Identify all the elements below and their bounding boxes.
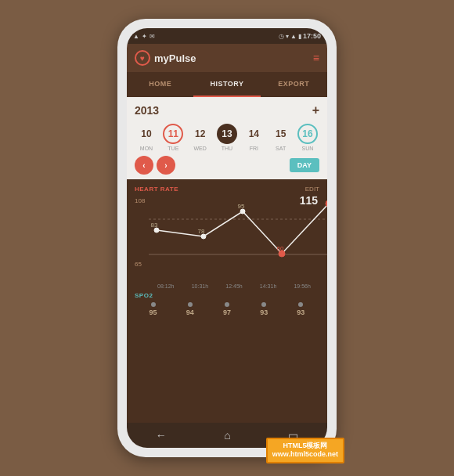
status-icons-left: ▲ ✦ ✉ — [133, 33, 155, 40]
day-label-14: FRI — [250, 146, 258, 151]
time-label-1: 10:31h — [192, 283, 208, 289]
day-13[interactable]: 13 THU — [215, 124, 239, 151]
day-14[interactable]: 14 FRI — [242, 124, 265, 151]
day-label-15: SAT — [276, 146, 286, 151]
spo2-value-2: 97 — [223, 308, 231, 316]
chart-title: HEART RATE — [135, 186, 178, 193]
svg-point-6 — [326, 200, 327, 207]
status-bar: ▲ ✦ ✉ ◷ ▾ ▲ ▮ 17:50 — [127, 28, 327, 44]
mail-icon: ✉ — [150, 33, 155, 40]
spo2-dot-0 — [151, 302, 156, 307]
time-labels: 08:12h 10:31h 12:45h 14:31h 19:56h — [135, 283, 319, 289]
day-10[interactable]: 10 MON — [135, 124, 158, 151]
spo2-value-4: 93 — [297, 308, 304, 316]
day-11[interactable]: 11 TUE — [161, 124, 185, 151]
spo2-item-4: 93 — [297, 302, 304, 316]
watermark-line2: www.html5code.net — [272, 450, 338, 460]
day-16[interactable]: 16 SUN — [296, 124, 319, 151]
spo2-dot-1 — [188, 302, 193, 307]
y-label-65: 65 — [135, 261, 142, 268]
day-number-10: 10 — [136, 124, 157, 144]
days-row: 10 MON 11 TUE 12 — [135, 124, 319, 151]
view-badge[interactable]: DAY — [290, 158, 319, 172]
svg-text:60: 60 — [277, 245, 284, 252]
spo2-dot-2 — [225, 302, 229, 307]
day-number-11: 11 — [163, 124, 183, 144]
spo2-dots: 95 94 97 93 — [135, 302, 319, 316]
app-logo: ♥ myPulse — [135, 50, 196, 66]
day-number-16: 16 — [297, 124, 318, 144]
spo2-item-1: 94 — [186, 302, 194, 316]
time-label-3: 14:31h — [260, 283, 276, 289]
add-button[interactable]: + — [312, 103, 319, 117]
day-number-12: 12 — [190, 124, 211, 144]
alarm-icon: ◷ — [279, 33, 284, 40]
day-label-10: MON — [140, 146, 153, 151]
tab-history[interactable]: HISTORY — [193, 72, 260, 97]
spo2-title: SPO2 — [135, 292, 319, 299]
logo-heart-icon: ♥ — [135, 50, 150, 66]
chart-section: HEART RATE EDIT 108 65 115 — [127, 179, 327, 423]
spo2-dot-3 — [261, 302, 266, 307]
day-number-14: 14 — [243, 124, 264, 144]
status-icons-right: ◷ ▾ ▲ ▮ 17:50 — [279, 32, 321, 40]
tab-home[interactable]: HOME — [127, 72, 193, 97]
time-label-0: 08:12h — [157, 283, 174, 289]
app-bar: ♥ myPulse ≡ — [127, 44, 327, 72]
spo2-value-3: 93 — [260, 308, 268, 316]
chart-edit-button[interactable]: EDIT — [305, 186, 319, 193]
phone-screen: ▲ ✦ ✉ ◷ ▾ ▲ ▮ 17:50 ♥ myPulse ≡ — [127, 28, 327, 448]
watermark: HTML5模板网 www.html5code.net — [266, 438, 344, 463]
day-label-12: WED — [193, 146, 206, 151]
calendar-section: 2013 + 10 MON 11 — [127, 97, 327, 179]
calendar-header: 2013 + — [135, 103, 319, 117]
spo2-item-0: 95 — [150, 302, 157, 316]
back-button[interactable]: ← — [156, 429, 167, 442]
watermark-line1: HTML5模板网 — [272, 442, 338, 451]
calendar-year: 2013 — [135, 104, 159, 117]
tab-export[interactable]: EXPORT — [261, 72, 327, 97]
nav-arrows: ‹ › DAY — [135, 156, 319, 175]
arrows-left: ‹ › — [135, 156, 175, 175]
day-15[interactable]: 15 SAT — [269, 124, 293, 151]
svg-text:95: 95 — [238, 203, 245, 210]
time-label-2: 12:45h — [225, 283, 242, 289]
day-12[interactable]: 12 WED — [189, 124, 212, 151]
menu-icon[interactable]: ≡ — [313, 52, 319, 64]
day-number-13: 13 — [217, 124, 237, 144]
prev-button[interactable]: ‹ — [135, 156, 153, 175]
home-button[interactable]: ⌂ — [224, 429, 230, 442]
nav-tabs: HOME HISTORY EXPORT — [127, 72, 327, 97]
app-title: myPulse — [154, 52, 196, 64]
spo2-value-1: 94 — [186, 308, 194, 316]
spo2-section: SPO2 95 94 97 — [135, 289, 319, 316]
network-icon: ▲ — [290, 33, 297, 40]
spo2-item-3: 93 — [260, 302, 268, 316]
status-time: 17:50 — [303, 32, 321, 40]
spo2-item-2: 97 — [223, 302, 231, 316]
phone-frame: ▲ ✦ ✉ ◷ ▾ ▲ ▮ 17:50 ♥ myPulse ≡ — [117, 19, 337, 457]
chart-container: 108 65 115 — [135, 196, 319, 282]
svg-text:78: 78 — [198, 228, 205, 235]
next-button[interactable]: › — [157, 156, 175, 175]
wifi-status-icon: ▾ — [286, 33, 289, 40]
spo2-value-0: 95 — [150, 308, 157, 316]
spo2-dot-4 — [298, 302, 303, 307]
chart-header: HEART RATE EDIT — [135, 186, 319, 193]
main-content: 2013 + 10 MON 11 — [127, 97, 327, 423]
chart-svg: 83 78 95 60 — [149, 196, 327, 274]
svg-text:83: 83 — [151, 222, 158, 229]
day-number-15: 15 — [271, 124, 291, 144]
signal-icon: ▲ — [133, 33, 139, 40]
battery-icon: ▮ — [298, 33, 301, 40]
wifi-icon: ✦ — [142, 33, 147, 40]
time-label-4: 19:56h — [294, 283, 310, 289]
day-label-11: TUE — [168, 146, 178, 151]
y-label-108: 108 — [135, 197, 145, 204]
day-label-16: SUN — [302, 146, 314, 151]
day-label-13: THU — [222, 146, 232, 151]
